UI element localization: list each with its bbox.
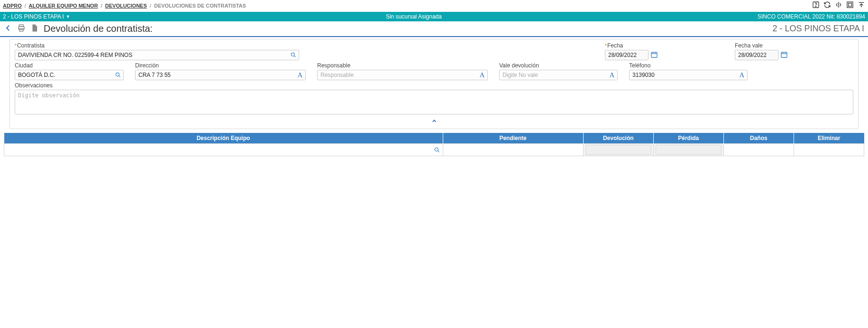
breadcrumb-link-0[interactable]: ADPRO <box>3 3 22 9</box>
breadcrumb-link-2[interactable]: DEVOLUCIONES <box>105 3 147 9</box>
svg-rect-2 <box>847 2 853 8</box>
col-danos: Daños <box>723 133 794 144</box>
breadcrumb-sep: / <box>101 3 102 9</box>
fecha-vale-input[interactable] <box>735 50 778 60</box>
fecha-input[interactable] <box>605 50 649 60</box>
cell-perdida-input <box>656 145 722 155</box>
cell-pendiente-input[interactable] <box>443 144 583 156</box>
cell-devolucion-input <box>585 145 651 155</box>
back-icon[interactable] <box>4 24 12 34</box>
print-icon[interactable] <box>17 24 26 34</box>
context-project-selector[interactable]: 2 - LOS PINOS ETAPA I ▼ <box>3 13 70 20</box>
fecha-label: Fecha <box>605 42 723 49</box>
col-devolucion: Devolución <box>583 133 653 144</box>
header-project: 2 - LOS PINOS ETAPA I <box>773 24 864 34</box>
cell-danos-input[interactable] <box>724 144 794 156</box>
expand-icon[interactable] <box>846 1 854 10</box>
col-eliminar: Eliminar <box>794 133 864 144</box>
refresh-icon[interactable] <box>823 1 831 10</box>
vale-devolucion-label: Vale devolución <box>499 62 618 69</box>
collapse-up-icon[interactable] <box>858 1 865 10</box>
telefono-label: Teléfono <box>629 62 748 69</box>
breadcrumb-sep: / <box>150 3 151 9</box>
breadcrumb-current: DEVOLUCIONES DE CONTRATISTAS <box>154 3 246 9</box>
observaciones-input[interactable] <box>15 90 853 114</box>
top-toolbar: ADPRO / ALQUILER EQUIPO MENOR / DEVOLUCI… <box>0 0 868 12</box>
table-row <box>4 144 864 156</box>
text-edit-icon[interactable]: A <box>738 71 746 79</box>
svg-point-11 <box>435 148 438 151</box>
responsable-label: Responsable <box>317 62 488 69</box>
search-icon[interactable] <box>114 71 122 79</box>
page-title: Devolución de contratista: <box>44 23 153 34</box>
svg-point-1 <box>815 6 816 7</box>
fecha-vale-label: Fecha vale <box>735 42 853 49</box>
form-panel: Contratista Fecha Fecha vale Ciudad <box>9 39 859 129</box>
text-edit-icon[interactable]: A <box>296 71 304 79</box>
svg-point-7 <box>291 53 294 56</box>
responsable-input[interactable] <box>317 70 488 80</box>
text-edit-icon[interactable]: A <box>478 71 486 79</box>
ciudad-input[interactable] <box>15 70 124 80</box>
ciudad-label: Ciudad <box>15 62 124 69</box>
breadcrumb-sep: / <box>25 3 26 9</box>
direccion-label: Dirección <box>135 62 306 69</box>
svg-point-10 <box>116 73 119 76</box>
context-center: Sin sucursal Asignada <box>70 13 758 20</box>
page-header: Devolución de contratista: 2 - LOS PINOS… <box>0 21 868 37</box>
chevron-down-icon: ▼ <box>66 14 70 19</box>
top-icon-group <box>812 1 865 10</box>
collapse-panel-button[interactable] <box>15 116 853 129</box>
svg-rect-9 <box>781 52 787 57</box>
search-icon[interactable] <box>433 146 441 154</box>
contratista-input[interactable] <box>15 50 299 60</box>
col-pendiente: Pendiente <box>443 133 583 144</box>
search-icon[interactable] <box>289 51 298 59</box>
breadcrumb: ADPRO / ALQUILER EQUIPO MENOR / DEVOLUCI… <box>3 3 246 9</box>
calendar-icon[interactable] <box>650 51 658 60</box>
calendar-icon[interactable] <box>780 51 788 60</box>
cell-eliminar-input[interactable] <box>794 144 864 156</box>
equipment-table: Descripción Equipo Pendiente Devolución … <box>4 133 864 156</box>
vale-devolucion-input[interactable] <box>499 70 618 80</box>
direccion-input[interactable] <box>135 70 306 80</box>
context-project-label: 2 - LOS PINOS ETAPA I <box>3 13 64 20</box>
col-descripcion: Descripción Equipo <box>4 133 443 144</box>
svg-rect-3 <box>849 3 852 7</box>
text-edit-icon[interactable]: A <box>608 71 616 79</box>
document-icon[interactable] <box>30 24 39 34</box>
col-perdida: Pérdida <box>653 133 723 144</box>
context-right: SINCO COMERCIAL 2022 Nit: 830021894 <box>758 13 865 20</box>
split-icon[interactable] <box>835 1 842 10</box>
observaciones-label: Observaciones <box>15 82 853 89</box>
help-icon[interactable] <box>812 1 820 10</box>
svg-rect-8 <box>651 52 657 57</box>
breadcrumb-link-1[interactable]: ALQUILER EQUIPO MENOR <box>29 3 98 9</box>
context-bar: 2 - LOS PINOS ETAPA I ▼ Sin sucursal Asi… <box>0 12 868 21</box>
contratista-label: Contratista <box>15 42 299 49</box>
cell-descripcion-input[interactable] <box>4 144 443 156</box>
telefono-input[interactable] <box>629 70 748 80</box>
